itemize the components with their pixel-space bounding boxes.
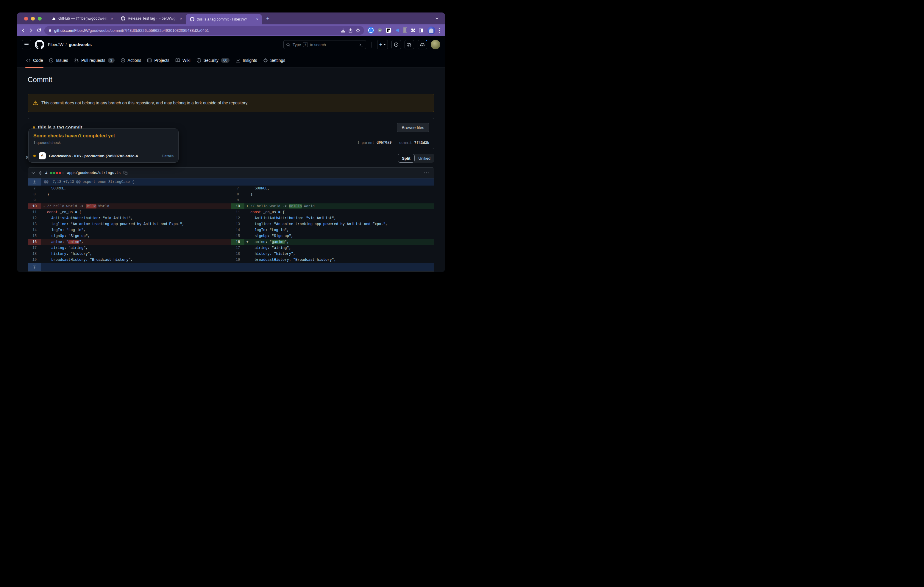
diff-marker [41,209,47,215]
line-number-right[interactable]: 18 [231,251,244,257]
line-number-left[interactable]: 17 [28,245,41,251]
line-number-right[interactable]: 10 [231,203,244,209]
tab-security[interactable]: Security60 [193,53,233,67]
hamburger-menu-button[interactable] [22,40,31,49]
wave-icon[interactable] [395,28,399,33]
browser-menu-icon[interactable] [438,28,442,33]
inbox-button[interactable] [417,40,427,49]
breadcrumb-repo[interactable]: goodweebs [69,42,92,47]
line-number-left[interactable]: 14 [28,227,41,233]
browser-window: GitHub — @fiberjw/goodweeb×Release TestT… [17,13,445,272]
forward-icon[interactable] [28,28,34,33]
line-number-left[interactable]: 13 [28,221,41,227]
new-tab-button[interactable]: + [262,13,269,25]
github-octocat-icon[interactable] [35,40,45,49]
command-palette-icon[interactable] [359,43,363,47]
phone-icon[interactable] [403,28,406,33]
line-number-left[interactable]: 12 [28,215,41,221]
expand-hunk-button[interactable] [28,178,41,186]
shield-icon [196,58,201,63]
line-number-right[interactable]: 7 [231,186,244,191]
tab-search-chevron-icon[interactable] [429,13,445,25]
darkreader-icon[interactable] [386,28,391,33]
zoom-window-button[interactable] [38,16,42,21]
tab-code[interactable]: Code [23,53,46,67]
line-number-right[interactable]: 9 [231,197,244,203]
share-icon[interactable] [348,28,353,33]
tab-insights[interactable]: Insights [233,53,260,67]
close-tab-icon[interactable]: × [256,16,259,22]
search-input[interactable]: Type / to search [284,40,366,49]
tab-pull-requests[interactable]: Pull requests3 [71,53,117,67]
breadcrumb-owner[interactable]: FiberJW [48,42,63,47]
browser-tab-0[interactable]: GitHub — @fiberjw/goodweeb× [48,13,117,25]
bookmark-star-icon[interactable] [355,28,360,33]
close-tab-icon[interactable]: × [110,16,114,21]
tab-actions[interactable]: Actions [117,53,144,67]
line-number-right[interactable]: 8 [231,191,244,197]
line-number-right[interactable]: 13 [231,221,244,227]
close-window-button[interactable] [24,16,28,21]
code-line-left: signUp: "Sign up", [47,233,231,239]
browser-tab-1[interactable]: Release TestTag · FiberJW/goo× [117,13,186,25]
check-details-link[interactable]: Details [162,154,173,158]
line-number-left[interactable]: 10 [28,203,41,209]
expand-down-button[interactable] [28,263,41,271]
code-line-left: tagline: "An anime tracking app powered … [47,221,231,227]
diff-marker [244,233,250,239]
back-icon[interactable] [21,28,26,33]
browse-files-button[interactable]: Browse files [397,123,429,132]
line-number-right[interactable]: 12 [231,215,244,221]
line-number-right[interactable]: 14 [231,227,244,233]
line-number-left[interactable]: 19 [28,257,41,263]
lock-icon[interactable] [48,28,52,33]
minimize-window-button[interactable] [31,16,35,21]
tab-title: Release TestTag · FiberJW/goo [128,16,177,21]
close-tab-icon[interactable]: × [179,16,183,21]
view-toggle-split[interactable]: Split [398,154,414,163]
line-number-right[interactable]: 16 [231,239,244,245]
file-options-kebab-icon[interactable] [421,173,431,174]
line-number-left[interactable]: 7 [28,186,41,191]
line-number-right[interactable]: 15 [231,233,244,239]
line-number-right[interactable]: 11 [231,209,244,215]
address-bar[interactable]: github.com/FiberJW/goodweebs/commit/7f43… [45,26,364,35]
issues-button[interactable] [391,40,401,49]
browser-profile-avatar[interactable] [427,26,435,34]
line-number-left[interactable]: 18 [28,251,41,257]
ublock-icon[interactable]: uO [378,28,382,33]
line-number-left[interactable]: 11 [28,209,41,215]
diff-marker [244,191,250,197]
line-number-right[interactable]: 19 [231,257,244,263]
refresh-icon[interactable] [36,28,41,33]
parent-sha-link[interactable]: d0bf0a9 [376,141,391,145]
diff-marker: + [244,203,250,209]
onepassword-icon[interactable] [368,28,374,33]
puzzle-icon[interactable] [410,28,415,33]
tab-wiki[interactable]: Wiki [172,53,193,67]
line-number-left[interactable]: 9 [28,197,41,203]
copy-icon[interactable] [123,171,128,175]
download-icon[interactable] [340,28,346,33]
sidebar-icon[interactable] [419,28,423,33]
browser-tab-2[interactable]: this is a tag commit · FiberJW/× [186,14,262,25]
line-number-left[interactable]: 16 [28,239,41,245]
code-line-left: anime: "anime", [47,239,231,245]
pull-requests-button[interactable] [404,40,414,49]
expand-down-icon[interactable] [33,265,36,269]
code-line-right [250,197,434,203]
tab-projects[interactable]: Projects [144,53,172,67]
create-new-button[interactable]: + [377,40,388,49]
drag-handle-icon[interactable] [38,171,43,175]
traffic-lights [17,13,48,25]
tab-issues[interactable]: Issues [46,53,71,67]
line-number-left[interactable]: 15 [28,233,41,239]
line-number-right[interactable]: 17 [231,245,244,251]
expand-up-icon[interactable] [33,180,36,184]
diff-filename[interactable]: apps/goodweebs/strings.ts [67,171,120,175]
collapse-chevron-icon[interactable] [31,171,35,175]
github-user-avatar[interactable] [431,40,440,49]
line-number-left[interactable]: 8 [28,191,41,197]
view-toggle-unified[interactable]: Unified [415,154,434,163]
tab-settings[interactable]: Settings [260,53,289,67]
